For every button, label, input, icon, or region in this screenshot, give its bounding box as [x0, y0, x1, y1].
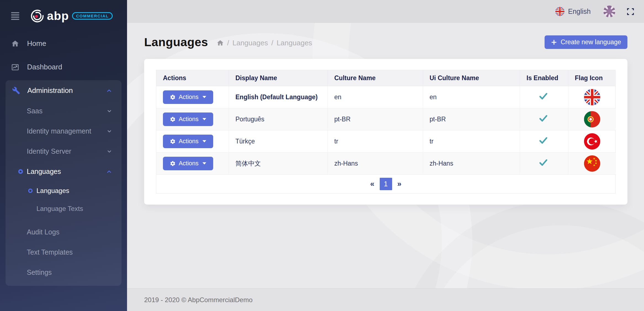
actions-button-label: Actions — [179, 160, 199, 167]
languages-card: Actions Display Name Culture Name Ui Cul… — [144, 59, 627, 205]
cell-ui-culture-name: pt-BR — [423, 108, 520, 130]
cell-ui-culture-name: en — [423, 86, 520, 108]
china-flag-icon — [575, 155, 609, 172]
create-new-language-button[interactable]: Create new language — [545, 35, 627, 49]
column-header-ui-culture-name: Ui Culture Name — [423, 70, 520, 86]
chevron-down-icon — [107, 129, 112, 134]
actions-button-label: Actions — [179, 116, 199, 123]
cell-culture-name: zh-Hans — [328, 152, 423, 174]
row-actions-button[interactable]: Actions — [163, 135, 213, 148]
sidebar-item-label: Languages — [27, 168, 61, 176]
language-label: English — [568, 7, 591, 15]
breadcrumb-item-languages[interactable]: Languages — [233, 39, 268, 47]
languages-table: Actions Display Name Culture Name Ui Cul… — [156, 70, 616, 194]
sidebar: abp COMMERCIAL Home Dashboar — [0, 0, 127, 311]
abp-logo-text: abp — [47, 10, 69, 22]
pagination-prev-button[interactable]: « — [365, 180, 379, 188]
sidebar-item-settings[interactable]: Settings — [6, 262, 122, 283]
sidebar-item-label: Administration — [27, 86, 73, 95]
gear-icon — [170, 94, 176, 100]
page-content: Languages / Languages / Languages Create… — [127, 23, 644, 288]
cell-display-name: Türkçe — [229, 130, 328, 152]
uk-flag-icon — [555, 7, 564, 16]
pagination-next-button[interactable]: » — [392, 180, 407, 188]
portugal-flag-icon — [575, 111, 609, 127]
column-header-display-name: Display Name — [229, 70, 328, 86]
sidebar-item-home[interactable]: Home — [0, 32, 127, 55]
plus-icon — [551, 39, 557, 45]
cell-display-name: 简体中文 — [229, 152, 328, 174]
chevron-up-icon — [106, 169, 112, 175]
sidebar-item-label: Text Templates — [27, 248, 73, 256]
dot-circle-icon — [28, 189, 33, 193]
pagination: « 1 » — [156, 175, 615, 193]
user-avatar[interactable] — [603, 6, 615, 17]
column-header-actions: Actions — [156, 70, 229, 86]
gear-icon — [170, 116, 176, 122]
sidebar-item-saas[interactable]: Saas — [6, 101, 122, 121]
caret-down-icon — [202, 96, 206, 98]
caret-down-icon — [202, 118, 206, 120]
row-actions-button[interactable]: Actions — [163, 157, 213, 170]
sidebar-item-languages[interactable]: Languages — [6, 161, 122, 182]
row-actions-button[interactable]: Actions — [163, 90, 213, 104]
table-row: Actions 简体中文 zh-Hans zh-Hans — [156, 152, 616, 174]
table-row: Actions English (Default Language) en en — [156, 86, 616, 108]
dashboard-chart-icon — [11, 63, 20, 71]
sidebar-item-languages-child[interactable]: Languages — [6, 182, 122, 200]
menu-toggle-icon[interactable] — [11, 12, 19, 20]
page-header: Languages / Languages / Languages Create… — [144, 35, 627, 49]
language-switcher[interactable]: English — [555, 7, 591, 16]
breadcrumb: / Languages / Languages — [217, 37, 312, 47]
topbar: English — [127, 0, 644, 23]
sidebar-item-label: Language Texts — [36, 205, 83, 213]
sidebar-item-audit-logs[interactable]: Audit Logs — [6, 222, 122, 242]
cell-ui-culture-name: zh-Hans — [423, 152, 520, 174]
chevron-down-icon — [107, 149, 112, 154]
sidebar-nav: Home Dashboard Administration — [0, 32, 127, 286]
sidebar-item-dashboard[interactable]: Dashboard — [0, 55, 127, 79]
table-row: Actions Português pt-BR pt-BR — [156, 108, 616, 130]
row-actions-button[interactable]: Actions — [163, 113, 213, 126]
breadcrumb-separator: / — [271, 39, 273, 47]
abp-logo-badge: COMMERCIAL — [72, 12, 112, 20]
cell-display-name: Português — [229, 108, 328, 130]
home-icon[interactable] — [217, 39, 224, 47]
create-button-label: Create new language — [561, 38, 621, 46]
sidebar-item-label: Identity Server — [27, 147, 71, 155]
actions-button-label: Actions — [179, 138, 199, 145]
cell-culture-name: en — [328, 86, 423, 108]
sidebar-item-label: Dashboard — [27, 63, 62, 71]
enabled-check-icon — [539, 159, 548, 166]
sidebar-item-identity-management[interactable]: Identity management — [6, 121, 122, 141]
sidebar-item-label: Home — [27, 39, 46, 48]
column-header-culture-name: Culture Name — [328, 70, 423, 86]
abp-logo[interactable]: abp COMMERCIAL — [30, 9, 113, 23]
home-icon — [11, 40, 20, 48]
sidebar-item-identity-server[interactable]: Identity Server — [6, 141, 122, 161]
breadcrumb-separator: / — [227, 39, 229, 47]
sidebar-item-text-templates[interactable]: Text Templates — [6, 242, 122, 262]
administration-panel: Administration Saas Identity management — [6, 80, 122, 286]
column-header-flag-icon: Flag Icon — [568, 70, 616, 86]
sidebar-item-label: Audit Logs — [27, 228, 59, 236]
dot-circle-icon — [18, 169, 23, 174]
fullscreen-button[interactable] — [626, 7, 635, 16]
breadcrumb-item-languages-2[interactable]: Languages — [277, 39, 312, 47]
cell-ui-culture-name: tr — [423, 130, 520, 152]
pagination-page-1[interactable]: 1 — [380, 178, 392, 190]
gear-icon — [170, 161, 176, 166]
chevron-down-icon — [107, 108, 112, 114]
sidebar-item-language-texts[interactable]: Language Texts — [6, 200, 122, 218]
main-area: English Languages / Languages / Language… — [127, 0, 644, 311]
sidebar-item-label: Languages — [36, 187, 69, 195]
column-header-is-enabled: Is Enabled — [520, 70, 568, 86]
app-root: abp COMMERCIAL Home Dashboar — [0, 0, 644, 311]
sidebar-item-label: Saas — [27, 107, 43, 115]
turkey-flag-icon — [575, 133, 609, 150]
page-title: Languages — [144, 35, 208, 49]
enabled-check-icon — [539, 93, 548, 100]
caret-down-icon — [202, 162, 206, 164]
abp-logo-mark-icon — [30, 9, 44, 23]
sidebar-item-administration[interactable]: Administration — [6, 80, 122, 101]
